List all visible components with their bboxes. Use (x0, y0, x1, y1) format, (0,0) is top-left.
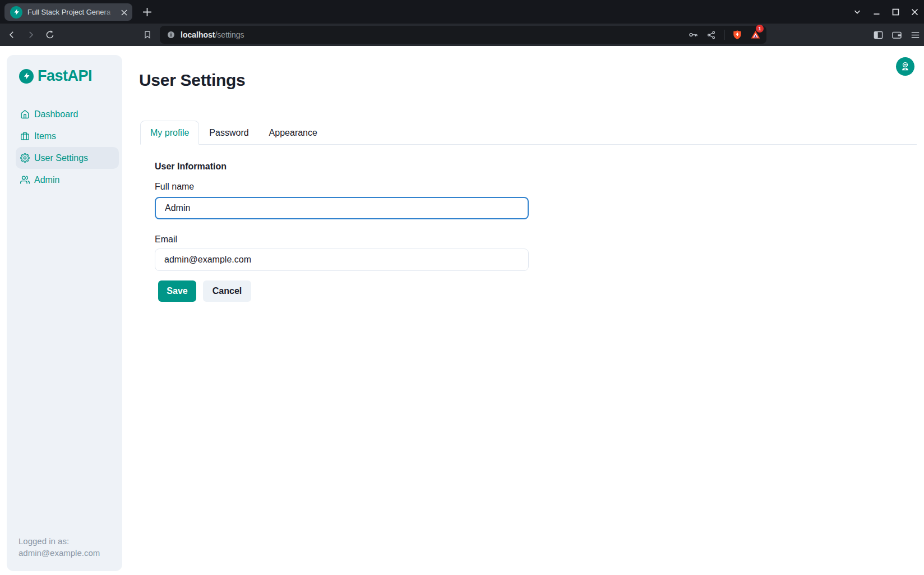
browser-titlebar: Full Stack Project Genera (0, 0, 924, 24)
tab-my-profile[interactable]: My profile (140, 121, 199, 145)
new-tab-button[interactable] (139, 4, 155, 20)
logged-in-info: Logged in as: admin@example.com (19, 535, 100, 559)
sidebar: FastAPI Dashboard Items (7, 55, 122, 571)
minimize-icon[interactable] (867, 0, 886, 24)
email-label: Email (155, 234, 177, 245)
sidebar-item-dashboard[interactable]: Dashboard (16, 103, 119, 125)
back-button[interactable] (3, 26, 21, 44)
forward-button[interactable] (22, 26, 40, 44)
sidebar-item-admin[interactable]: Admin (16, 169, 119, 191)
bookmark-icon[interactable] (138, 26, 156, 44)
save-button[interactable]: Save (158, 280, 196, 302)
url-path: /settings (215, 30, 244, 39)
address-bar[interactable]: localhost /settings (160, 26, 766, 44)
sidebar-panel-icon[interactable] (873, 30, 884, 40)
reload-button[interactable] (41, 26, 59, 44)
form-actions: Save Cancel (158, 280, 251, 302)
fastapi-bolt-icon (10, 6, 22, 19)
sidebar-item-label: Dashboard (34, 109, 78, 119)
tab-title-fade (101, 3, 116, 21)
gear-icon (20, 153, 30, 163)
user-menu-button[interactable] (896, 57, 914, 76)
briefcase-icon (20, 131, 30, 141)
user-astronaut-icon (900, 61, 911, 72)
browser-toolbar: localhost /settings (0, 24, 924, 46)
info-icon[interactable] (167, 30, 175, 39)
toolbar-divider (724, 30, 724, 40)
sidebar-item-label: Items (34, 131, 56, 141)
logo-text: FastAPI (38, 67, 92, 85)
fastapi-bolt-icon (19, 69, 34, 84)
tab-appearance[interactable]: Appearance (259, 121, 327, 145)
tab-close-icon[interactable] (119, 7, 129, 17)
wallet-icon[interactable] (891, 30, 902, 40)
cancel-button[interactable]: Cancel (203, 280, 251, 302)
section-heading: User Information (155, 162, 227, 172)
fastapi-logo: FastAPI (19, 67, 92, 85)
logged-in-email: admin@example.com (19, 547, 100, 559)
logged-in-label: Logged in as: (19, 535, 100, 547)
share-icon[interactable] (706, 30, 716, 40)
window-controls (848, 0, 924, 24)
email-input[interactable] (155, 249, 529, 271)
sidebar-nav: Dashboard Items User Settings (16, 103, 119, 191)
sidebar-item-user-settings[interactable]: User Settings (16, 147, 119, 169)
browser-tab[interactable]: Full Stack Project Genera (4, 3, 132, 21)
page-title: User Settings (139, 71, 246, 90)
close-icon[interactable] (905, 0, 924, 24)
users-icon (20, 175, 30, 185)
rewards-badge: 1 (756, 25, 764, 33)
settings-tabs: My profile Password Appearance (140, 121, 917, 145)
tab-password[interactable]: Password (199, 121, 258, 145)
full-name-label: Full name (155, 182, 194, 192)
key-icon[interactable] (689, 30, 699, 40)
sidebar-item-label: Admin (34, 175, 59, 185)
sidebar-item-label: User Settings (34, 153, 88, 163)
sidebar-item-items[interactable]: Items (16, 125, 119, 147)
maximize-icon[interactable] (886, 0, 905, 24)
app-page: FastAPI Dashboard Items (0, 46, 924, 575)
menu-icon[interactable] (910, 30, 921, 40)
full-name-input[interactable] (155, 197, 529, 219)
chevron-down-icon[interactable] (848, 0, 867, 24)
brave-shield-icon[interactable] (732, 30, 742, 40)
url-host: localhost (181, 30, 215, 39)
home-icon (20, 109, 30, 119)
